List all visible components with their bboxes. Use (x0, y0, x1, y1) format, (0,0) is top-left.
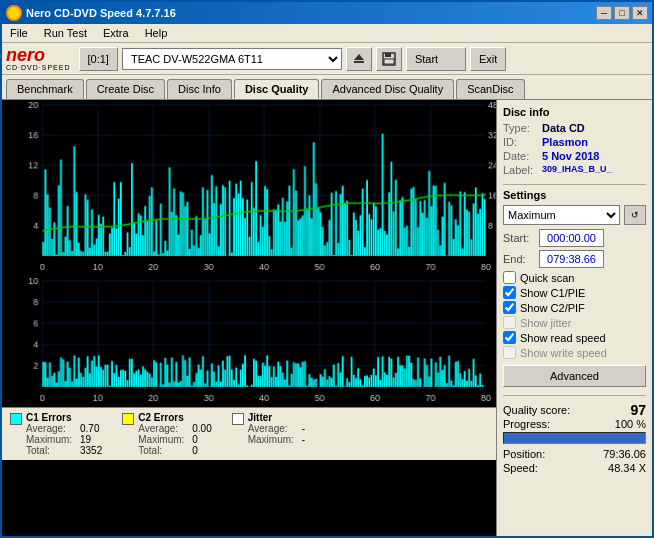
eject-button[interactable] (346, 47, 372, 71)
legend-jitter: Jitter Average: - Maximum: - (232, 412, 305, 445)
separator-2 (503, 395, 646, 396)
top-chart (2, 100, 496, 276)
tab-disc-quality[interactable]: Disc Quality (234, 79, 320, 99)
toolbar: nero CD·DVD·SPEED [0:1] TEAC DV-W522GMA … (2, 43, 652, 75)
quality-score-row: Quality score: 97 (503, 402, 646, 418)
disc-label-row: Label: 309_IHAS_B_U_ (503, 164, 646, 176)
progress-label: Progress: (503, 418, 550, 430)
show-read-speed-checkbox[interactable] (503, 331, 516, 344)
show-write-speed-label: Show write speed (520, 347, 607, 359)
show-read-speed-row: Show read speed (503, 331, 646, 344)
tab-benchmark[interactable]: Benchmark (6, 79, 84, 99)
svg-marker-0 (354, 54, 364, 60)
jitter-color-box (232, 413, 244, 425)
disc-type-row: Type: Data CD (503, 122, 646, 134)
separator-1 (503, 184, 646, 185)
exit-button[interactable]: Exit (470, 47, 506, 71)
quick-scan-row: Quick scan (503, 271, 646, 284)
speed-value: 48.34 X (608, 462, 646, 474)
speed-selector[interactable]: Maximum (503, 205, 620, 225)
quick-scan-label: Quick scan (520, 272, 574, 284)
save-button[interactable] (376, 47, 402, 71)
show-write-speed-checkbox (503, 346, 516, 359)
speed-row: Maximum ↺ (503, 205, 646, 225)
save-icon (382, 52, 396, 66)
menu-help[interactable]: Help (141, 26, 172, 40)
disc-info-title: Disc info (503, 106, 646, 118)
show-c1pie-row: Show C1/PIE (503, 286, 646, 299)
app-icon (6, 5, 22, 21)
speed-row-quality: Speed: 48.34 X (503, 462, 646, 474)
show-c2pif-checkbox[interactable] (503, 301, 516, 314)
nero-logo: nero CD·DVD·SPEED (6, 46, 71, 71)
quality-score-value: 97 (630, 402, 646, 418)
show-c1pie-checkbox[interactable] (503, 286, 516, 299)
show-jitter-label: Show jitter (520, 317, 571, 329)
show-read-speed-label: Show read speed (520, 332, 606, 344)
legend-c1: C1 Errors Average: 0.70 Maximum: 19 Tota… (10, 412, 102, 456)
position-row: Position: 79:36.06 (503, 448, 646, 460)
position-label: Position: (503, 448, 545, 460)
c1-color-box (10, 413, 22, 425)
disc-date-row: Date: 5 Nov 2018 (503, 150, 646, 162)
settings-title: Settings (503, 189, 646, 201)
quality-score-label: Quality score: (503, 404, 570, 416)
svg-rect-1 (354, 61, 364, 63)
bottom-chart (2, 276, 496, 407)
tab-advanced-disc-quality[interactable]: Advanced Disc Quality (321, 79, 454, 99)
settings-section: Settings Maximum ↺ Start: End: (503, 189, 646, 387)
drive-label: [0:1] (79, 47, 118, 71)
title-controls: ─ □ ✕ (596, 6, 648, 20)
maximize-button[interactable]: □ (614, 6, 630, 20)
title-bar-left: Nero CD-DVD Speed 4.7.7.16 (6, 5, 176, 21)
tab-create-disc[interactable]: Create Disc (86, 79, 165, 99)
window-title: Nero CD-DVD Speed 4.7.7.16 (26, 7, 176, 19)
quick-scan-checkbox[interactable] (503, 271, 516, 284)
show-write-speed-row: Show write speed (503, 346, 646, 359)
c2-legend-text: C2 Errors Average: 0.00 Maximum: 0 Total… (138, 412, 211, 456)
minimize-button[interactable]: ─ (596, 6, 612, 20)
speed-label: Speed: (503, 462, 538, 474)
progress-bar-fill (504, 433, 645, 443)
progress-bar-container (503, 432, 646, 444)
advanced-button[interactable]: Advanced (503, 365, 646, 387)
tab-bar: Benchmark Create Disc Disc Info Disc Qua… (2, 75, 652, 100)
svg-rect-3 (385, 53, 391, 57)
start-time-row: Start: (503, 229, 646, 247)
c1-legend-text: C1 Errors Average: 0.70 Maximum: 19 Tota… (26, 412, 102, 456)
eject-icon (352, 52, 366, 66)
start-time-input[interactable] (539, 229, 604, 247)
show-jitter-row: Show jitter (503, 316, 646, 329)
chart-legend: C1 Errors Average: 0.70 Maximum: 19 Tota… (2, 407, 496, 460)
main-content: C1 Errors Average: 0.70 Maximum: 19 Tota… (2, 100, 652, 536)
svg-rect-4 (384, 59, 394, 64)
start-button[interactable]: Start (406, 47, 466, 71)
show-jitter-checkbox (503, 316, 516, 329)
title-bar: Nero CD-DVD Speed 4.7.7.16 ─ □ ✕ (2, 2, 652, 24)
end-time-input[interactable] (539, 250, 604, 268)
jitter-legend-text: Jitter Average: - Maximum: - (248, 412, 305, 445)
menu-run-test[interactable]: Run Test (40, 26, 91, 40)
progress-value: 100 % (615, 418, 646, 430)
menu-bar: File Run Test Extra Help (2, 24, 652, 43)
menu-file[interactable]: File (6, 26, 32, 40)
disc-info-section: Disc info Type: Data CD ID: Plasmon Date… (503, 106, 646, 176)
tab-disc-info[interactable]: Disc Info (167, 79, 232, 99)
show-c1pie-label: Show C1/PIE (520, 287, 585, 299)
show-c2pif-label: Show C2/PIF (520, 302, 585, 314)
show-c2pif-row: Show C2/PIF (503, 301, 646, 314)
menu-extra[interactable]: Extra (99, 26, 133, 40)
close-button[interactable]: ✕ (632, 6, 648, 20)
c2-color-box (122, 413, 134, 425)
main-window: Nero CD-DVD Speed 4.7.7.16 ─ □ ✕ File Ru… (0, 0, 654, 538)
legend-c2: C2 Errors Average: 0.00 Maximum: 0 Total… (122, 412, 211, 456)
refresh-button[interactable]: ↺ (624, 205, 646, 225)
drive-selector[interactable]: TEAC DV-W522GMA 6T11 (122, 48, 342, 70)
side-panel: Disc info Type: Data CD ID: Plasmon Date… (497, 100, 652, 536)
quality-section: Quality score: 97 Progress: 100 % Positi… (503, 402, 646, 474)
tab-scan-disc[interactable]: ScanDisc (456, 79, 524, 99)
position-value: 79:36.06 (603, 448, 646, 460)
progress-row: Progress: 100 % (503, 418, 646, 430)
end-time-row: End: (503, 250, 646, 268)
chart-area: C1 Errors Average: 0.70 Maximum: 19 Tota… (2, 100, 497, 536)
